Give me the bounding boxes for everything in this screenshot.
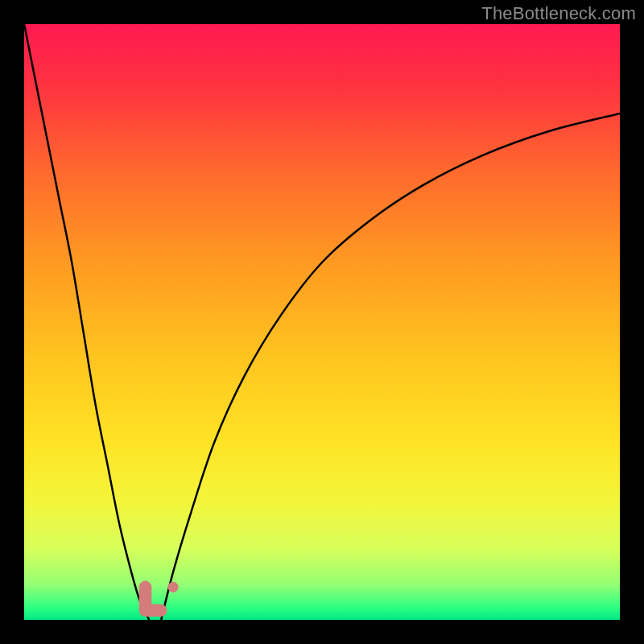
curve-layer: [24, 24, 620, 620]
outer-frame: TheBottleneck.com: [0, 0, 644, 644]
plot-area: [24, 24, 620, 620]
vertex-marker: [146, 587, 161, 610]
highlight-markers: [146, 582, 179, 611]
small-dot: [167, 582, 178, 592]
watermark-text: TheBottleneck.com: [481, 3, 636, 24]
curve-right-branch: [161, 114, 620, 620]
curve-left-branch: [24, 24, 149, 620]
